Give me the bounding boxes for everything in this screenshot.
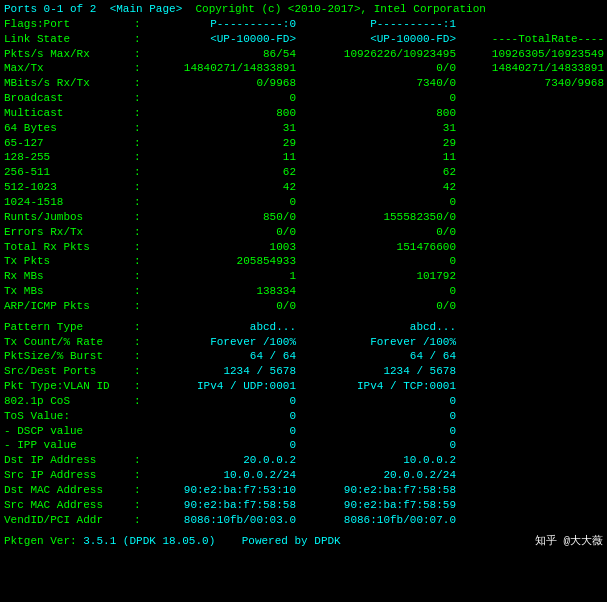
pkts-max-rx-val0: 86/54 [144, 47, 304, 62]
max-tx-colon: : [134, 61, 144, 76]
bytes64-val0: 31 [144, 121, 304, 136]
total-rx-label: Total Rx Pkts [4, 240, 134, 255]
main-page: <Main Page> [110, 2, 183, 17]
tx-pkts-row: Tx Pkts : 205854933 0 [4, 254, 603, 269]
terminal-screen: Ports 0-1 of 2 <Main Page> Copyright (c)… [0, 0, 607, 602]
bytes64-row: 64 Bytes : 31 31 [4, 121, 603, 136]
dst-ip-colon: : [134, 453, 144, 468]
bytes1024-val1: 0 [304, 195, 464, 210]
bytes256-label: 256-511 [4, 165, 134, 180]
pkts-max-rx-val1: 10926226/10923495 [304, 47, 464, 62]
dscp-row: - DSCP value 0 0 [4, 424, 603, 439]
arp-val0: 0/0 [144, 299, 304, 314]
cos-val1: 0 [304, 394, 464, 409]
pkt-size-row: PktSize/% Burst : 64 / 64 64 / 64 [4, 349, 603, 364]
cos-label: 802.1p CoS [4, 394, 134, 409]
ports-label: Ports 0-1 of 2 [4, 2, 96, 17]
footer-line: Pktgen Ver: 3.5.1 (DPDK 18.05.0) Powered… [4, 534, 603, 549]
src-dest-val0: 1234 / 5678 [144, 364, 304, 379]
pkts-max-rx-row: Pkts/s Max/Rx : 86/54 10926226/10923495 … [4, 47, 603, 62]
tx-mbs-label: Tx MBs [4, 284, 134, 299]
tos-label: ToS Value: [4, 409, 134, 424]
src-mac-label: Src MAC Address [4, 498, 134, 513]
ipp-row: - IPP value 0 0 [4, 438, 603, 453]
bytes65-colon: : [134, 136, 144, 151]
total-rx-val1: 151476600 [304, 240, 464, 255]
dst-ip-val0: 20.0.0.2 [144, 453, 304, 468]
max-tx-val1: 0/0 [304, 61, 464, 76]
runts-colon: : [134, 210, 144, 225]
dst-mac-val1: 90:e2:ba:f7:58:58 [304, 483, 464, 498]
bytes1024-label: 1024-1518 [4, 195, 134, 210]
cos-colon: : [134, 394, 144, 409]
multicast-row: Multicast : 800 800 [4, 106, 603, 121]
dscp-val1: 0 [304, 424, 464, 439]
broadcast-label: Broadcast [4, 91, 134, 106]
dscp-val0: 0 [144, 424, 304, 439]
link-state-row: Link State : <UP-10000-FD> <UP-10000-FD>… [4, 32, 603, 47]
powered-by: Powered by DPDK [242, 535, 341, 547]
max-tx-row: Max/Tx : 14840271/14833891 0/0 14840271/… [4, 61, 603, 76]
dst-ip-label: Dst IP Address [4, 453, 134, 468]
errors-val1: 0/0 [304, 225, 464, 240]
pattern-colon: : [134, 320, 144, 335]
mbits-row: MBits/s Rx/Tx : 0/9968 7340/0 7340/9968 [4, 76, 603, 91]
link-state-total: ----TotalRate---- [464, 32, 604, 47]
src-ip-val0: 10.0.0.2/24 [144, 468, 304, 483]
max-tx-total: 14840271/14833891 [464, 61, 604, 76]
tx-count-row: Tx Count/% Rate : Forever /100% Forever … [4, 335, 603, 350]
src-dest-colon: : [134, 364, 144, 379]
bytes65-val1: 29 [304, 136, 464, 151]
pattern-val0: abcd... [144, 320, 304, 335]
tx-mbs-val1: 0 [304, 284, 464, 299]
link-state-colon: : [134, 32, 144, 47]
bytes1024-val0: 0 [144, 195, 304, 210]
rx-mbs-val0: 1 [144, 269, 304, 284]
total-rx-row: Total Rx Pkts : 1003 151476600 [4, 240, 603, 255]
tos-val1: 0 [304, 409, 464, 424]
bytes512-val1: 42 [304, 180, 464, 195]
broadcast-val1: 0 [304, 91, 464, 106]
broadcast-row: Broadcast : 0 0 [4, 91, 603, 106]
rx-mbs-colon: : [134, 269, 144, 284]
bytes128-row: 128-255 : 11 11 [4, 150, 603, 165]
p1-header: P----------:1 [304, 17, 464, 32]
cos-val0: 0 [144, 394, 304, 409]
bytes256-colon: : [134, 165, 144, 180]
tx-pkts-val1: 0 [304, 254, 464, 269]
tx-pkts-val0: 205854933 [144, 254, 304, 269]
src-dest-label: Src/Dest Ports [4, 364, 134, 379]
arp-row: ARP/ICMP Pkts : 0/0 0/0 [4, 299, 603, 314]
tx-count-val1: Forever /100% [304, 335, 464, 350]
src-mac-val0: 90:e2:ba:f7:58:58 [144, 498, 304, 513]
pkt-size-label: PktSize/% Burst [4, 349, 134, 364]
tx-count-label: Tx Count/% Rate [4, 335, 134, 350]
mbits-val0: 0/9968 [144, 76, 304, 91]
bytes128-label: 128-255 [4, 150, 134, 165]
pkt-type-row: Pkt Type:VLAN ID : IPv4 / UDP:0001 IPv4 … [4, 379, 603, 394]
mbits-label: MBits/s Rx/Tx [4, 76, 134, 91]
tx-mbs-colon: : [134, 284, 144, 299]
ipp-val1: 0 [304, 438, 464, 453]
pkts-max-rx-label: Pkts/s Max/Rx [4, 47, 134, 62]
vendid-label: VendID/PCI Addr [4, 513, 134, 528]
bytes512-row: 512-1023 : 42 42 [4, 180, 603, 195]
rx-mbs-row: Rx MBs : 1 101792 [4, 269, 603, 284]
multicast-label: Multicast [4, 106, 134, 121]
p0-header: P----------:0 [144, 17, 304, 32]
link-state-label: Link State [4, 32, 134, 47]
link-state-val1: <UP-10000-FD> [304, 32, 464, 47]
flags-row: Flags:Port : P----------:0 P----------:1 [4, 17, 603, 32]
bytes128-val1: 11 [304, 150, 464, 165]
pkt-type-label: Pkt Type:VLAN ID [4, 379, 134, 394]
broadcast-val0: 0 [144, 91, 304, 106]
flags-label: Flags:Port [4, 17, 134, 32]
pkt-size-val0: 64 / 64 [144, 349, 304, 364]
src-dest-val1: 1234 / 5678 [304, 364, 464, 379]
tos-row: ToS Value: 0 0 [4, 409, 603, 424]
bytes1024-colon: : [134, 195, 144, 210]
pkt-type-colon: : [134, 379, 144, 394]
src-mac-row: Src MAC Address : 90:e2:ba:f7:58:58 90:e… [4, 498, 603, 513]
rx-mbs-label: Rx MBs [4, 269, 134, 284]
flags-colon: : [134, 17, 144, 32]
